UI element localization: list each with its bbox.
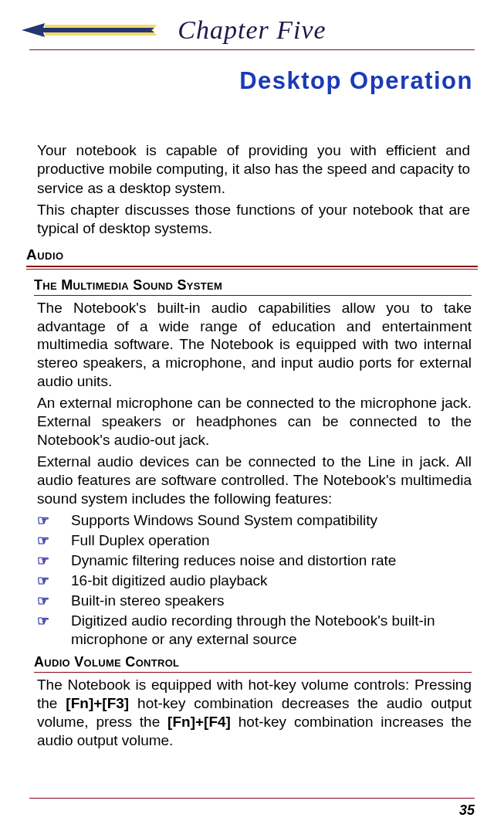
subsection-heading-multimedia: The Multimedia Sound System [34, 277, 475, 293]
page-title: Desktop Operation [29, 67, 475, 95]
bullet-icon: ☞ [37, 531, 71, 550]
back-arrow-icon [22, 23, 161, 37]
multimedia-paragraph-2: An external microphone can be connected … [37, 394, 472, 449]
subsection-divider [34, 295, 472, 296]
bullet-icon: ☞ [37, 551, 71, 570]
hotkey-label: [Fn]+[F4] [167, 714, 231, 730]
list-item: ☞Digitized audio recording through the N… [37, 612, 472, 649]
list-item: ☞Supports Windows Sound System compatibi… [37, 511, 472, 530]
page-number: 35 [459, 802, 475, 819]
section-heading-audio: Audio [26, 246, 475, 263]
bullet-icon: ☞ [37, 592, 71, 610]
multimedia-paragraph-3: External audio devices can be connected … [37, 453, 472, 508]
list-item: ☞Dynamic filtering reduces noise and dis… [37, 551, 472, 570]
footer-divider [29, 798, 475, 799]
list-item: ☞Full Duplex operation [37, 531, 472, 550]
section-divider [26, 266, 478, 270]
chapter-label: Chapter Five [178, 15, 326, 45]
intro-paragraph-2: This chapter discusses those functions o… [37, 201, 470, 239]
hotkey-label: [Fn]+[F3] [66, 695, 129, 711]
feature-list: ☞Supports Windows Sound System compatibi… [37, 511, 472, 649]
bullet-icon: ☞ [37, 612, 71, 630]
subsection-heading-volume: Audio Volume Control [34, 654, 475, 670]
list-item: ☞16-bit digitized audio playback [37, 572, 472, 590]
intro-paragraph-1: Your notebook is capable of providing yo… [37, 141, 470, 198]
multimedia-paragraph-1: The Notebook's built-in audio capabiliti… [37, 299, 472, 392]
bullet-icon: ☞ [37, 511, 71, 530]
bullet-icon: ☞ [37, 572, 71, 590]
chapter-divider [29, 49, 475, 50]
chapter-header: Chapter Five [29, 15, 475, 45]
volume-paragraph: The Notebook is equipped with hot-key vo… [37, 676, 472, 750]
list-item: ☞Built-in stereo speakers [37, 592, 472, 610]
subsection-divider [34, 672, 472, 673]
